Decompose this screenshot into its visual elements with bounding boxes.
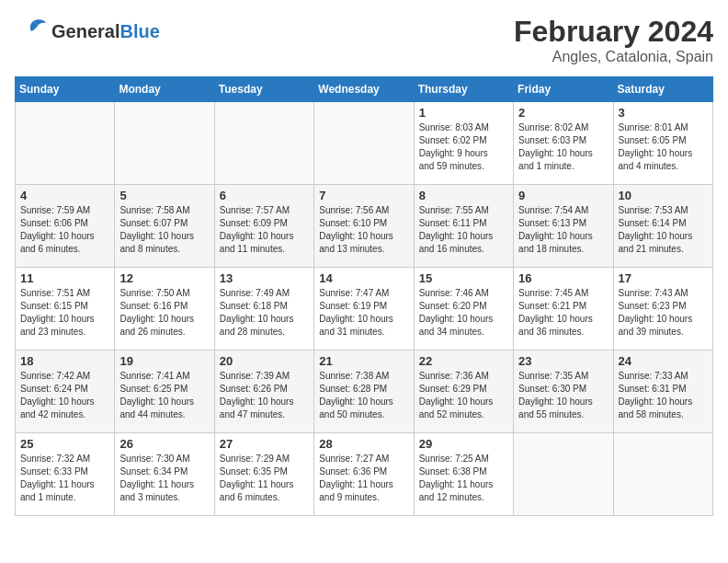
calendar-cell: 4Sunrise: 7:59 AM Sunset: 6:06 PM Daylig… bbox=[16, 185, 115, 268]
calendar-cell bbox=[214, 102, 313, 185]
week-row-4: 25Sunrise: 7:32 AM Sunset: 6:33 PM Dayli… bbox=[16, 433, 713, 516]
day-number: 7 bbox=[319, 189, 408, 202]
cell-info: Sunrise: 7:59 AM Sunset: 6:06 PM Dayligh… bbox=[20, 204, 109, 256]
cell-info: Sunrise: 7:51 AM Sunset: 6:15 PM Dayligh… bbox=[20, 287, 109, 339]
week-row-0: 1Sunrise: 8:03 AM Sunset: 6:02 PM Daylig… bbox=[16, 102, 713, 185]
calendar-cell: 3Sunrise: 8:01 AM Sunset: 6:05 PM Daylig… bbox=[613, 102, 712, 185]
logo-text: GeneralBlue bbox=[51, 21, 160, 41]
day-number: 5 bbox=[119, 189, 209, 202]
cell-info: Sunrise: 7:35 AM Sunset: 6:30 PM Dayligh… bbox=[518, 370, 608, 421]
cell-info: Sunrise: 7:47 AM Sunset: 6:19 PM Dayligh… bbox=[319, 287, 408, 339]
calendar-cell: 5Sunrise: 7:58 AM Sunset: 6:07 PM Daylig… bbox=[115, 185, 214, 268]
cell-info: Sunrise: 7:33 AM Sunset: 6:31 PM Dayligh… bbox=[619, 370, 708, 421]
day-number: 21 bbox=[319, 354, 408, 368]
calendar-cell: 27Sunrise: 7:29 AM Sunset: 6:35 PM Dayli… bbox=[214, 433, 313, 516]
day-number: 24 bbox=[619, 354, 708, 368]
day-number: 29 bbox=[419, 437, 508, 451]
day-number: 15 bbox=[419, 271, 508, 285]
cell-info: Sunrise: 7:50 AM Sunset: 6:16 PM Dayligh… bbox=[119, 287, 209, 339]
calendar-cell: 8Sunrise: 7:55 AM Sunset: 6:11 PM Daylig… bbox=[414, 185, 513, 268]
title-area: February 2024 Angles, Catalonia, Spain bbox=[514, 15, 713, 65]
day-number: 3 bbox=[619, 106, 708, 120]
calendar-cell: 21Sunrise: 7:38 AM Sunset: 6:28 PM Dayli… bbox=[314, 350, 414, 433]
cell-info: Sunrise: 7:38 AM Sunset: 6:28 PM Dayligh… bbox=[319, 370, 408, 421]
day-number: 20 bbox=[220, 354, 309, 368]
location-title: Angles, Catalonia, Spain bbox=[514, 49, 713, 65]
cell-info: Sunrise: 7:45 AM Sunset: 6:21 PM Dayligh… bbox=[518, 287, 608, 339]
header-row: SundayMondayTuesdayWednesdayThursdayFrid… bbox=[16, 77, 713, 102]
day-number: 2 bbox=[518, 106, 608, 120]
calendar-cell: 26Sunrise: 7:30 AM Sunset: 6:34 PM Dayli… bbox=[115, 433, 214, 516]
calendar-cell: 15Sunrise: 7:46 AM Sunset: 6:20 PM Dayli… bbox=[414, 268, 513, 350]
calendar-cell bbox=[314, 102, 414, 185]
cell-info: Sunrise: 7:43 AM Sunset: 6:23 PM Dayligh… bbox=[619, 287, 708, 339]
calendar-cell: 12Sunrise: 7:50 AM Sunset: 6:16 PM Dayli… bbox=[115, 268, 214, 350]
calendar-cell: 2Sunrise: 8:02 AM Sunset: 6:03 PM Daylig… bbox=[514, 102, 613, 185]
calendar-header: SundayMondayTuesdayWednesdayThursdayFrid… bbox=[16, 77, 713, 102]
calendar-cell: 13Sunrise: 7:49 AM Sunset: 6:18 PM Dayli… bbox=[214, 268, 313, 350]
day-number: 13 bbox=[220, 271, 309, 285]
cell-info: Sunrise: 7:55 AM Sunset: 6:11 PM Dayligh… bbox=[419, 204, 508, 256]
calendar-cell: 1Sunrise: 8:03 AM Sunset: 6:02 PM Daylig… bbox=[414, 102, 513, 185]
cell-info: Sunrise: 7:29 AM Sunset: 6:35 PM Dayligh… bbox=[220, 453, 309, 504]
day-number: 10 bbox=[619, 189, 708, 202]
day-number: 14 bbox=[319, 271, 408, 285]
calendar-cell: 10Sunrise: 7:53 AM Sunset: 6:14 PM Dayli… bbox=[613, 185, 712, 268]
day-number: 11 bbox=[20, 271, 109, 285]
day-number: 28 bbox=[319, 437, 408, 451]
col-header-monday: Monday bbox=[115, 77, 214, 102]
cell-info: Sunrise: 7:56 AM Sunset: 6:10 PM Dayligh… bbox=[319, 204, 408, 256]
calendar-cell bbox=[16, 102, 115, 185]
col-header-saturday: Saturday bbox=[613, 77, 712, 102]
day-number: 8 bbox=[419, 189, 508, 202]
logo-blue: Blue bbox=[119, 21, 159, 41]
day-number: 26 bbox=[119, 437, 209, 451]
day-number: 4 bbox=[20, 189, 109, 202]
cell-info: Sunrise: 7:25 AM Sunset: 6:38 PM Dayligh… bbox=[419, 453, 508, 504]
day-number: 6 bbox=[220, 189, 309, 202]
calendar-cell: 9Sunrise: 7:54 AM Sunset: 6:13 PM Daylig… bbox=[514, 185, 613, 268]
calendar-cell bbox=[115, 102, 214, 185]
cell-info: Sunrise: 7:39 AM Sunset: 6:26 PM Dayligh… bbox=[220, 370, 309, 421]
day-number: 22 bbox=[419, 354, 508, 368]
cell-info: Sunrise: 7:58 AM Sunset: 6:07 PM Dayligh… bbox=[119, 204, 209, 256]
calendar-cell: 14Sunrise: 7:47 AM Sunset: 6:19 PM Dayli… bbox=[314, 268, 414, 350]
cell-info: Sunrise: 8:02 AM Sunset: 6:03 PM Dayligh… bbox=[518, 121, 608, 173]
calendar-cell: 7Sunrise: 7:56 AM Sunset: 6:10 PM Daylig… bbox=[314, 185, 414, 268]
calendar-cell: 18Sunrise: 7:42 AM Sunset: 6:24 PM Dayli… bbox=[16, 350, 115, 433]
calendar-cell: 24Sunrise: 7:33 AM Sunset: 6:31 PM Dayli… bbox=[613, 350, 712, 433]
cell-info: Sunrise: 7:27 AM Sunset: 6:36 PM Dayligh… bbox=[319, 453, 408, 504]
day-number: 9 bbox=[518, 189, 608, 202]
cell-info: Sunrise: 8:01 AM Sunset: 6:05 PM Dayligh… bbox=[619, 121, 708, 173]
cell-info: Sunrise: 7:42 AM Sunset: 6:24 PM Dayligh… bbox=[20, 370, 109, 421]
day-number: 19 bbox=[119, 354, 209, 368]
day-number: 1 bbox=[419, 106, 508, 120]
cell-info: Sunrise: 7:54 AM Sunset: 6:13 PM Dayligh… bbox=[518, 204, 608, 256]
day-number: 16 bbox=[518, 271, 608, 285]
day-number: 23 bbox=[518, 354, 608, 368]
col-header-tuesday: Tuesday bbox=[214, 77, 313, 102]
cell-info: Sunrise: 7:32 AM Sunset: 6:33 PM Dayligh… bbox=[20, 453, 109, 504]
day-number: 18 bbox=[20, 354, 109, 368]
calendar-cell: 19Sunrise: 7:41 AM Sunset: 6:25 PM Dayli… bbox=[115, 350, 214, 433]
cell-info: Sunrise: 7:49 AM Sunset: 6:18 PM Dayligh… bbox=[220, 287, 309, 339]
cell-info: Sunrise: 7:30 AM Sunset: 6:34 PM Dayligh… bbox=[119, 453, 209, 504]
cell-info: Sunrise: 7:36 AM Sunset: 6:29 PM Dayligh… bbox=[419, 370, 508, 421]
logo: GeneralBlue bbox=[15, 15, 160, 48]
logo-icon bbox=[15, 15, 48, 48]
calendar-cell: 29Sunrise: 7:25 AM Sunset: 6:38 PM Dayli… bbox=[414, 433, 513, 516]
day-number: 25 bbox=[20, 437, 109, 451]
calendar-cell: 23Sunrise: 7:35 AM Sunset: 6:30 PM Dayli… bbox=[514, 350, 613, 433]
month-title: February 2024 bbox=[514, 15, 713, 49]
day-number: 17 bbox=[619, 271, 708, 285]
logo-general: General bbox=[51, 21, 119, 41]
week-row-3: 18Sunrise: 7:42 AM Sunset: 6:24 PM Dayli… bbox=[16, 350, 713, 433]
cell-info: Sunrise: 7:57 AM Sunset: 6:09 PM Dayligh… bbox=[220, 204, 309, 256]
calendar-cell: 20Sunrise: 7:39 AM Sunset: 6:26 PM Dayli… bbox=[214, 350, 313, 433]
week-row-2: 11Sunrise: 7:51 AM Sunset: 6:15 PM Dayli… bbox=[16, 268, 713, 350]
cell-info: Sunrise: 7:46 AM Sunset: 6:20 PM Dayligh… bbox=[419, 287, 508, 339]
calendar-cell: 28Sunrise: 7:27 AM Sunset: 6:36 PM Dayli… bbox=[314, 433, 414, 516]
header: GeneralBlue February 2024 Angles, Catalo… bbox=[15, 15, 713, 65]
cell-info: Sunrise: 7:41 AM Sunset: 6:25 PM Dayligh… bbox=[119, 370, 209, 421]
calendar-table: SundayMondayTuesdayWednesdayThursdayFrid… bbox=[15, 76, 713, 516]
